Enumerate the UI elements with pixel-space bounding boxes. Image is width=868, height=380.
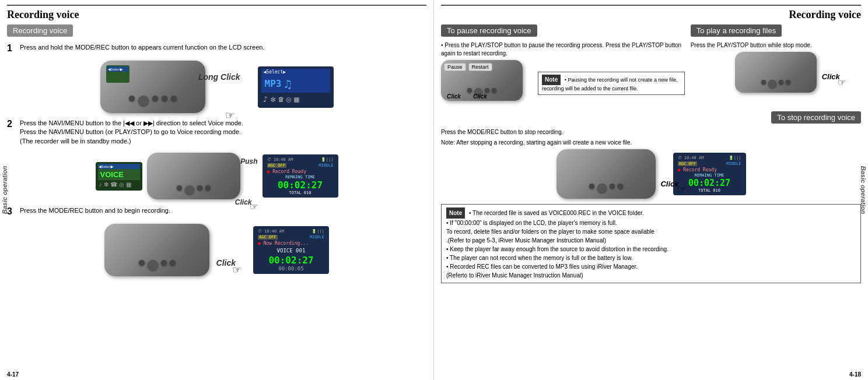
pause-text: • Press the PLAY/STOP button to pause th… — [441, 41, 685, 58]
note-item-5: • Keep the player far away enough from t… — [446, 246, 668, 252]
stop-device-area: Click ☞ ⏱ 10:40 AM🔋||| AGC OFF MIDDLE ● … — [441, 149, 861, 199]
note-item-6: • The player can not record when the mem… — [446, 255, 633, 261]
note-item-8: (Referto to iRiver Music Manager Instruc… — [446, 272, 583, 279]
click-label-1: Click — [447, 93, 461, 100]
step3-text: Press the MODE/REC button and to begin r… — [20, 206, 170, 215]
step2-device-area: ◀Select▶ VOICE ♪❇☎◎▦ Push Click ☞ — [7, 153, 426, 199]
play-text: Press the PLAY/STOP button while stop mo… — [691, 41, 861, 50]
stop-click-label: Click — [660, 180, 678, 188]
right-page-title: Recording voice — [441, 9, 861, 21]
pause-note-box: Note • Pausing the recording will not cr… — [538, 72, 685, 96]
pause-note-text: • Pausing the recording will not create … — [542, 77, 678, 92]
bottom-note-label: Note — [446, 207, 465, 219]
step1-text: Press and hold the MODE/REC button to ap… — [20, 43, 264, 52]
step2-text: Press the NAVI/MENU button to the |◀◀ or… — [20, 119, 243, 146]
bottom-notes: Note • The recorded file is saved as VOI… — [441, 204, 861, 283]
stop-device-wrapper: Click ☞ — [556, 149, 656, 199]
step1-row: 1 Press and hold the MODE/REC button to … — [7, 43, 426, 54]
pause-device: Pause Restart Click Click — [441, 60, 523, 101]
step3-device: Click ☞ — [104, 224, 209, 276]
step2-voice-screen: ◀Select▶ VOICE ♪❇☎◎▦ — [96, 162, 142, 191]
pause-restart-area: Pause Restart Click Click Note • Pausing… — [441, 60, 685, 107]
play-section-header: To play a recording files — [691, 24, 782, 37]
stop-text2: Note: After stopping a recording, starti… — [441, 139, 861, 147]
left-page: Recording voice Recording voice 1 Press … — [0, 0, 434, 380]
left-page-title: Recording voice — [7, 9, 426, 21]
step2-lcd: ⏱ 10:40 AM🔋||| AGC OFF MIDDLE ● Record R… — [262, 154, 338, 198]
play-section: To play a recording files Press the PLAY… — [691, 24, 861, 108]
step3-lcd: ⏱ 10:40 AM🔋||| AGC OFF MIDDLE ● Now Reco… — [253, 226, 329, 274]
right-top-border — [441, 5, 861, 6]
right-sidebar-label: Basic operation — [860, 166, 867, 214]
right-top-area: To pause recording voice • Press the PLA… — [441, 24, 861, 108]
note-item-3: To record, delete files and/or folders o… — [446, 228, 654, 235]
step3-row: 3 Press the MODE/REC button and to begin… — [7, 206, 426, 217]
note-item-2: • If "00:00:00" is displayed on the LCD,… — [446, 220, 617, 226]
pause-section-header: To pause recording voice — [441, 24, 537, 37]
stop-device: Click ☞ — [556, 149, 656, 199]
restart-btn[interactable]: Restart — [468, 63, 492, 71]
left-page-num: 4-17 — [7, 371, 19, 378]
note-item-1: • The recorded file is saved as VOICE000… — [469, 210, 644, 216]
click-label-2: Click — [473, 93, 487, 100]
step3-device-area: Click ☞ ⏱ 10:40 AM🔋||| AGC OFF MIDDLE ● … — [7, 224, 426, 276]
step2-device-middle: Push Click ☞ — [147, 153, 240, 199]
play-device: Click ☞ — [735, 52, 817, 93]
left-section-header: Recording voice — [7, 24, 73, 37]
pause-device-area: Pause Restart Click Click — [441, 60, 534, 107]
step3-num: 3 — [7, 206, 16, 217]
step1-num: 1 — [7, 43, 16, 54]
left-top-border — [7, 5, 426, 6]
step2-row: 2 Press the NAVI/MENU button to the |◀◀ … — [7, 119, 426, 146]
right-page-num: 4-18 — [849, 371, 861, 378]
stop-section: To stop recording voice Press the MODE/R… — [441, 111, 861, 199]
stop-text1: Press the MODE/REC button to stop record… — [441, 128, 861, 136]
mp3-label: MP3 — [265, 78, 282, 89]
note-item-4: .(Refer to page 5-3, iRiver Music Manage… — [446, 237, 606, 244]
step2-num: 2 — [7, 119, 16, 129]
note-item-7: • Recorded REC files can be converted to… — [446, 263, 638, 270]
step1-device-area: ◀Select▶ Long Click ☞ ◀Select▶ MP3 ♫ — [7, 61, 426, 113]
right-page: Recording voice To pause recording voice… — [434, 0, 868, 380]
pause-section: To pause recording voice • Press the PLA… — [441, 24, 685, 108]
step1-device-left: ◀Select▶ Long Click ☞ — [100, 61, 205, 113]
pause-note-label: Note — [542, 75, 561, 85]
pause-btn[interactable]: Pause — [444, 63, 466, 71]
step1-lcd: ◀Select▶ MP3 ♫ ♪❇☎◎▦ — [258, 66, 334, 108]
stop-section-header: To stop recording voice — [771, 111, 861, 124]
left-sidebar-label: Basic operation — [1, 166, 8, 214]
play-device-area: Click ☞ — [691, 52, 861, 93]
long-click-label: Long Click — [198, 72, 240, 82]
push-label: Push — [240, 157, 257, 166]
